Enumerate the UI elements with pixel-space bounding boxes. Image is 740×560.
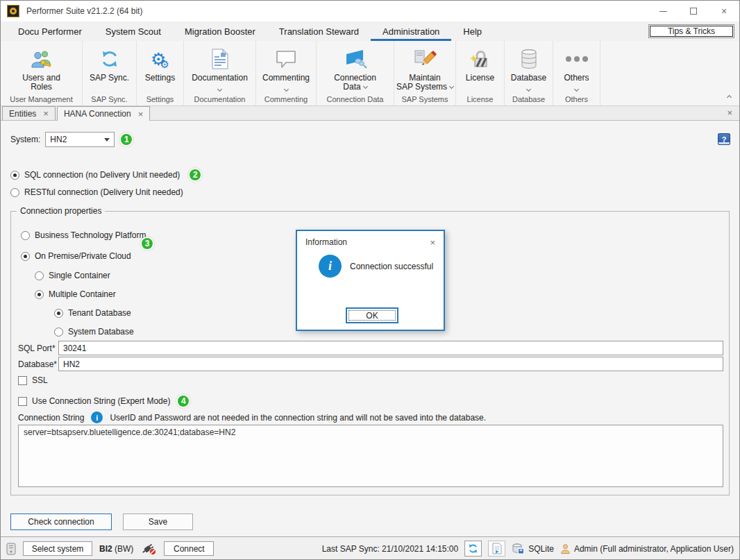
ribbon: Users andRoles User Management SAP Sync.…: [1, 41, 739, 106]
ssl-label: SSL: [32, 375, 48, 385]
sql-connection-row: SQL connection (no Delivery Unit needed)…: [10, 168, 202, 182]
tabstrip-close-icon[interactable]: ×: [727, 108, 732, 117]
ribbon-group-sap-sync[interactable]: SAP Sync. SAP Sync.: [83, 41, 137, 105]
select-system-button[interactable]: Select system: [23, 541, 92, 556]
ribbon-group-connection-data[interactable]: ConnectionData Connection Data: [317, 41, 394, 105]
btp-label: Business Technology Platform: [35, 230, 146, 240]
sql-port-input[interactable]: [58, 341, 723, 355]
ribbon-collapse-button[interactable]: [728, 90, 731, 100]
database-input[interactable]: [58, 357, 723, 371]
menu-translation-steward[interactable]: Translation Steward: [267, 22, 371, 41]
close-button[interactable]: ×: [709, 1, 739, 22]
btp-radio[interactable]: [21, 231, 30, 240]
sync-log-button[interactable]: [488, 541, 505, 557]
ribbon-group-label: User Management: [1, 95, 82, 103]
chevron-down-icon: [104, 138, 110, 142]
tab-entities[interactable]: Entities ×: [2, 106, 56, 120]
tab-close-icon[interactable]: ×: [43, 109, 49, 118]
others-dots-icon: [566, 56, 588, 62]
groupbox-title: Connection properties: [17, 206, 105, 216]
single-container-radio[interactable]: [35, 271, 44, 280]
ribbon-item-label: Documentation: [192, 74, 248, 83]
user-icon: [560, 543, 571, 554]
user-status-label: Admin (Full administrator, Application U…: [574, 544, 734, 554]
chevron-down-icon: [574, 87, 579, 92]
tips-and-tricks-button[interactable]: Tips & Tricks: [648, 24, 734, 38]
ribbon-group-database[interactable]: Database Database: [505, 41, 553, 105]
ribbon-item-label: Commenting: [262, 74, 310, 83]
tab-hana-connection[interactable]: HANA Connection ×: [57, 106, 150, 121]
ribbon-group-label: Database: [505, 95, 553, 103]
tenant-database-row: Tenant Database: [54, 308, 131, 318]
chevron-down-icon: [449, 84, 454, 89]
menu-docu-performer[interactable]: Docu Performer: [6, 22, 94, 41]
ribbon-group-license[interactable]: License License: [456, 41, 505, 105]
current-system: BI2 (BW): [99, 544, 133, 554]
ribbon-group-user-management[interactable]: Users andRoles User Management: [1, 41, 83, 105]
dialog-close-icon[interactable]: ×: [430, 238, 435, 247]
connection-string-textarea[interactable]: server=btsapserv.bluetelligence.de:30241…: [18, 425, 723, 487]
window-title: Performer Suite v21.2.2 (64 bit): [26, 6, 142, 16]
menu-bar: Docu Performer System Scout Migration Bo…: [1, 22, 739, 41]
sql-connection-label: SQL connection (no Delivery Unit needed): [24, 170, 180, 180]
tenant-database-radio[interactable]: [54, 309, 63, 318]
ribbon-group-others[interactable]: Others Others: [553, 41, 600, 105]
menu-system-scout[interactable]: System Scout: [94, 22, 173, 41]
last-sap-sync-text: Last SAP Sync: 21/10/2021 14:15:00: [322, 544, 459, 554]
system-dropdown[interactable]: HN2: [45, 132, 115, 147]
ribbon-item-label: Database: [511, 74, 546, 83]
sql-port-label: SQL Port*: [18, 343, 56, 353]
ok-button[interactable]: OK: [346, 307, 398, 323]
ribbon-item-label: License: [466, 74, 494, 83]
save-button[interactable]: Save: [123, 514, 193, 530]
status-bar: Select system BI2 (BW) Connect Last SAP …: [1, 536, 739, 560]
database-status-label: SQLite: [528, 544, 554, 554]
users-roles-icon: [31, 49, 52, 69]
maximize-button[interactable]: [678, 1, 709, 22]
single-container-label: Single Container: [49, 271, 110, 280]
tab-label: HANA Connection: [64, 109, 131, 119]
chevron-up-icon: [727, 95, 732, 100]
dialog-message: Connection successful: [350, 262, 433, 271]
information-icon: i: [319, 255, 342, 278]
expert-mode-checkbox[interactable]: [18, 397, 27, 406]
close-icon: ×: [721, 6, 727, 17]
ribbon-group-settings[interactable]: ⚙⚙ Settings Settings: [137, 41, 184, 105]
help-icon[interactable]: ?: [718, 133, 730, 145]
ribbon-group-sap-systems[interactable]: MaintainSAP Systems SAP Systems: [394, 41, 456, 105]
step-badge-4: 4: [176, 394, 190, 408]
system-row: System: HN2 1: [10, 132, 133, 147]
btp-row: Business Technology Platform: [21, 230, 146, 240]
sql-connection-radio[interactable]: [10, 171, 19, 180]
menu-migration-booster[interactable]: Migration Booster: [173, 22, 267, 41]
tab-close-icon[interactable]: ×: [138, 110, 144, 119]
chevron-down-icon: [283, 87, 288, 92]
menu-help[interactable]: Help: [451, 22, 494, 41]
license-lock-icon: [470, 49, 491, 69]
sap-sync-button[interactable]: [464, 541, 482, 557]
server-icon: [6, 543, 16, 555]
system-database-radio[interactable]: [54, 328, 63, 337]
restful-connection-radio[interactable]: [10, 188, 19, 197]
ssl-checkbox[interactable]: [18, 376, 27, 385]
multiple-container-row: Multiple Container: [35, 289, 116, 299]
multiple-container-radio[interactable]: [35, 290, 44, 299]
menu-administration[interactable]: Administration: [371, 22, 451, 41]
maximize-icon: [690, 8, 697, 15]
disconnected-plug-icon: [140, 542, 157, 556]
connection-string-note: UserID and Password are not needed in th…: [110, 413, 486, 423]
ribbon-group-commenting[interactable]: Commenting Commenting: [256, 41, 317, 105]
settings-gears-icon: ⚙⚙: [151, 44, 169, 74]
ribbon-group-label: Documentation: [184, 95, 255, 103]
ribbon-group-label: Connection Data: [317, 95, 394, 103]
ribbon-group-documentation[interactable]: Documentation Documentation: [184, 41, 256, 105]
ribbon-group-label: SAP Sync.: [83, 95, 136, 103]
minimize-button[interactable]: [648, 1, 678, 22]
minimize-icon: [659, 11, 667, 12]
ribbon-item-label: MaintainSAP Systems: [396, 74, 453, 92]
chevron-down-icon: [217, 87, 222, 92]
connect-button[interactable]: Connect: [164, 541, 214, 556]
check-connection-button[interactable]: Check connection: [10, 514, 112, 530]
info-icon[interactable]: i: [91, 411, 103, 423]
onprem-radio[interactable]: [21, 252, 30, 261]
